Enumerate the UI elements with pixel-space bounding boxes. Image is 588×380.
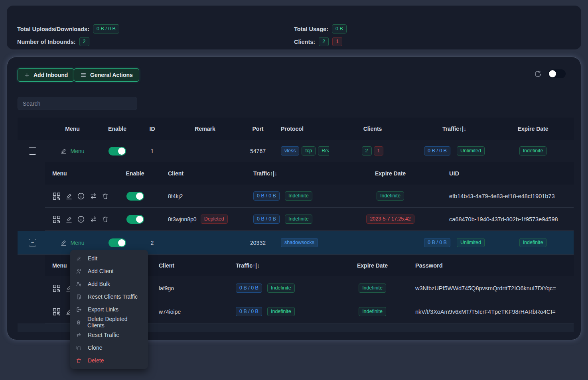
menu-item-edit[interactable]: Edit: [70, 252, 148, 265]
info-icon[interactable]: [77, 192, 85, 200]
header-password: Password: [407, 262, 574, 269]
inbound-menu-label: Menu: [70, 240, 84, 246]
menu-item-label: Export Links: [88, 306, 118, 313]
client-name: w74ioipe: [151, 309, 224, 315]
reset-traffic-icon[interactable]: [89, 215, 97, 223]
stat-total-usage: Total Usage: 0 B: [294, 24, 347, 33]
menu-item-add-client[interactable]: Add Client: [70, 265, 148, 278]
collapse-row-button[interactable]: −: [29, 147, 36, 155]
traffic-used-badge: 0 B / 0 B: [424, 238, 450, 247]
panel-controls: [534, 69, 566, 78]
security-tag: Reality: [318, 146, 329, 156]
toggle-knob: [118, 239, 125, 246]
client-enable-toggle[interactable]: [126, 192, 144, 201]
protocol-tag: shadowsocks: [281, 238, 318, 247]
menu-item-label: Edit: [88, 255, 97, 262]
stat-clients-depleted-badge: 1: [332, 37, 342, 46]
inbound-enable-toggle[interactable]: [109, 238, 126, 247]
qr-code-icon[interactable]: [52, 307, 61, 316]
inbound-id: 1: [137, 148, 167, 154]
toggle-knob: [549, 70, 556, 77]
add-inbound-label: Add Inbound: [34, 72, 68, 78]
menu-item-label: Reset Clients Traffic: [88, 293, 138, 300]
menu-item-reset-traffic[interactable]: Reset Traffic: [70, 329, 148, 341]
stat-usage-value-badge: 0 B: [332, 24, 347, 33]
header-remark: Remark: [167, 126, 243, 132]
menu-item-add-bulk[interactable]: Add Bulk: [70, 278, 148, 290]
search-input[interactable]: [18, 97, 137, 110]
stat-clients: Clients: 2 1: [294, 37, 342, 46]
stat-inbounds-value-badge: 2: [79, 37, 89, 46]
client-name: 8f4kj2: [154, 193, 240, 199]
clone-icon: [76, 345, 82, 351]
header-port: Port: [243, 126, 273, 132]
reset-traffic-icon[interactable]: [89, 192, 97, 200]
menu-item-label: Clone: [88, 345, 103, 351]
inbound-enable-toggle[interactable]: [109, 147, 126, 156]
inbound-menu-link[interactable]: Menu: [60, 148, 84, 154]
toggle-knob: [136, 193, 143, 200]
client-password: w3NfbzUPf5WWd745Q8pvsmQrdrttT2IO6knuI7Di…: [407, 285, 574, 291]
menu-item-delete-depleted-clients[interactable]: Delete Depleted Clients: [70, 316, 148, 329]
client-enable-toggle[interactable]: [126, 215, 144, 224]
edit-pencil-icon: [76, 256, 82, 262]
header-traffic-sort[interactable]: Traffic↑|↓: [224, 262, 337, 269]
inbound-menu-label: Menu: [70, 148, 84, 154]
header-client: Client: [151, 262, 224, 269]
traffic-limit-badge: Indefinite: [285, 215, 312, 224]
menu-item-export-links[interactable]: Export Links: [70, 303, 148, 316]
header-expire-date: Expire Date: [337, 262, 407, 269]
edit-pencil-icon[interactable]: [65, 193, 73, 200]
client-row: 8t3wjnn8p0 Depleted 0 B / 0 B Indefinite…: [45, 208, 574, 231]
stat-uploads-downloads: Total Uploads/Downloads: 0 B / 0 B: [17, 24, 119, 33]
header-traffic-sort[interactable]: Traffic↑|↓: [416, 126, 492, 132]
protocol-tag: vless: [281, 146, 299, 156]
inbound-id: 2: [137, 240, 167, 246]
delete-depleted-clients-icon: [76, 319, 81, 325]
depleted-badge: Depleted: [201, 215, 228, 224]
menu-item-label: Delete Depleted Clients: [87, 316, 142, 329]
menu-item-reset-clients-traffic[interactable]: Reset Clients Traffic: [70, 290, 148, 303]
menu-lines-icon: [80, 72, 87, 78]
edit-pencil-icon[interactable]: [65, 216, 73, 223]
inbound-menu-link[interactable]: Menu: [60, 239, 84, 246]
trash-icon[interactable]: [102, 216, 109, 223]
stats-card: Total Uploads/Downloads: 0 B / 0 B Numbe…: [7, 6, 581, 49]
info-icon[interactable]: [77, 215, 85, 223]
traffic-limit-badge: Indefinite: [267, 284, 295, 293]
refresh-icon[interactable]: [534, 70, 542, 78]
menu-item-label: Reset Traffic: [88, 332, 119, 338]
qr-code-icon[interactable]: [52, 215, 61, 224]
client-table-vless: Menu Enable Client Traffic↑|↓ Expire Dat…: [45, 162, 574, 231]
client-name: laf9go: [151, 285, 224, 291]
client-row: 8f4kj2 0 B / 0 B Indefinite Indefinite e…: [45, 185, 574, 208]
general-actions-button[interactable]: General Actions: [74, 68, 139, 82]
menu-item-label: Add Client: [88, 268, 114, 274]
stat-uploads-value-badge: 0 B / 0 B: [93, 24, 119, 33]
expire-badge: Indefinite: [519, 238, 547, 247]
qr-code-icon[interactable]: [52, 192, 61, 201]
add-inbound-button[interactable]: Add Inbound: [18, 68, 74, 82]
stat-clients-active-badge: 2: [319, 37, 329, 46]
auto-refresh-toggle[interactable]: [548, 69, 566, 78]
menu-item-delete[interactable]: Delete: [70, 354, 148, 367]
reset-clients-traffic-icon: [76, 294, 82, 300]
inbound-row-1[interactable]: − Menu 1 54767 vless tcp Reality 2: [18, 140, 574, 162]
delete-trash-icon: [76, 358, 82, 364]
traffic-used-badge: 0 B / 0 B: [424, 146, 450, 156]
edit-pencil-icon: [60, 239, 67, 246]
trash-icon[interactable]: [102, 193, 109, 200]
menu-item-clone[interactable]: Clone: [70, 341, 148, 354]
traffic-used-badge: 0 B / 0 B: [236, 307, 262, 316]
stat-clients-label: Clients:: [294, 39, 315, 45]
add-bulk-users-icon: [76, 281, 82, 287]
collapse-row-button[interactable]: −: [29, 239, 36, 246]
menu-item-label: Delete: [88, 357, 104, 364]
stat-number-of-inbounds: Number of Inbounds: 2: [17, 37, 89, 46]
header-traffic-sort[interactable]: Traffic↑|↓: [240, 170, 351, 177]
header-id: ID: [137, 126, 167, 132]
qr-code-icon[interactable]: [52, 284, 61, 293]
expire-badge: Indefinite: [359, 307, 386, 316]
add-user-icon: [76, 268, 82, 274]
inbound-port: 20332: [243, 240, 273, 246]
